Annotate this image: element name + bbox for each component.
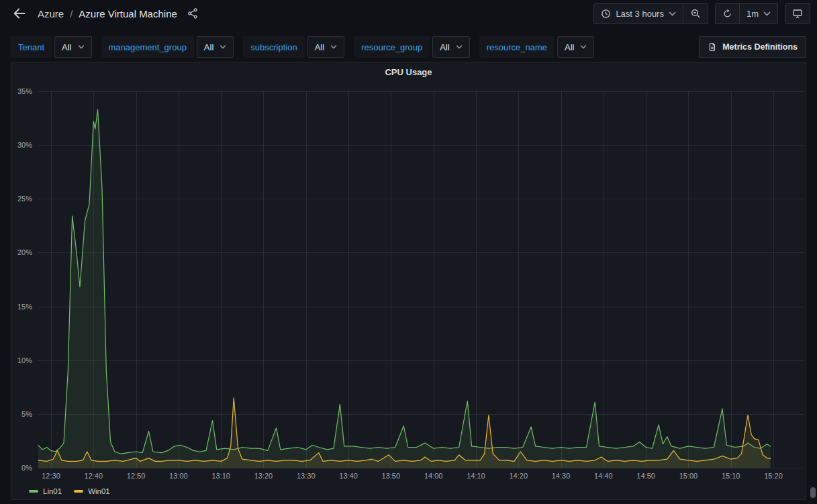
chevron-down-icon bbox=[669, 11, 676, 16]
y-axis-tick-label: 0% bbox=[21, 464, 32, 472]
series-line-lin01 bbox=[38, 109, 771, 454]
x-axis-tick-label: 14:10 bbox=[467, 472, 485, 480]
legend-label: Win01 bbox=[88, 487, 110, 495]
variable-resource-group: resource_group All bbox=[354, 36, 470, 58]
legend-item-lin01[interactable]: Lin01 bbox=[29, 487, 62, 495]
variable-value-text: All bbox=[565, 42, 574, 52]
chevron-down-icon bbox=[78, 45, 85, 49]
template-variables-row: Tenant All management_group All subscrip… bbox=[11, 36, 806, 58]
x-axis-tick-label: 13:40 bbox=[339, 472, 358, 480]
variable-value-tenant[interactable]: All bbox=[54, 36, 91, 58]
refresh-group: 1m bbox=[715, 3, 778, 24]
variable-management-group: management_group All bbox=[101, 36, 234, 58]
variable-label-subscription[interactable]: subscription bbox=[243, 36, 304, 58]
page-scrollbar-thumb[interactable] bbox=[810, 487, 816, 498]
x-axis-tick-label: 13:50 bbox=[382, 472, 401, 480]
variable-value-resource-group[interactable]: All bbox=[432, 36, 469, 58]
document-icon bbox=[708, 42, 717, 52]
x-axis-tick-label: 14:20 bbox=[509, 472, 528, 480]
top-nav: Azure / Azure Virtual Machine Last 3 hou… bbox=[0, 0, 817, 27]
legend-swatch-win01 bbox=[74, 490, 83, 493]
variable-value-subscription[interactable]: All bbox=[307, 36, 344, 58]
y-axis-tick-label: 30% bbox=[17, 141, 32, 149]
refresh-icon bbox=[722, 9, 732, 19]
back-button[interactable] bbox=[9, 3, 30, 23]
chevron-down-icon bbox=[456, 45, 463, 49]
breadcrumb: Azure / Azure Virtual Machine bbox=[38, 8, 177, 19]
x-axis-tick-label: 13:10 bbox=[211, 472, 230, 480]
panel-title[interactable]: CPU Usage bbox=[11, 62, 806, 81]
y-axis-tick-label: 10% bbox=[17, 356, 32, 364]
variable-value-text: All bbox=[315, 42, 324, 52]
chevron-down-icon bbox=[580, 45, 587, 49]
chevron-down-icon bbox=[330, 45, 337, 49]
y-axis-tick-label: 20% bbox=[17, 248, 32, 256]
breadcrumb-page-title[interactable]: Azure Virtual Machine bbox=[79, 8, 177, 19]
variable-value-text: All bbox=[204, 42, 213, 52]
variable-subscription: subscription All bbox=[243, 36, 344, 58]
legend-item-win01[interactable]: Win01 bbox=[74, 487, 110, 495]
x-axis-tick-label: 15:10 bbox=[722, 472, 740, 480]
breadcrumb-section[interactable]: Azure bbox=[38, 8, 64, 19]
share-dashboard-button[interactable] bbox=[183, 3, 203, 23]
y-axis-tick-label: 5% bbox=[21, 410, 32, 418]
refresh-dashboard-button[interactable] bbox=[716, 4, 739, 23]
magnifier-minus-icon bbox=[690, 8, 701, 19]
monitor-icon bbox=[792, 8, 803, 19]
variable-label-resource-name[interactable]: resource_name bbox=[479, 36, 555, 58]
legend-swatch-lin01 bbox=[29, 490, 38, 493]
variable-value-resource-name[interactable]: All bbox=[557, 36, 594, 58]
variable-value-management-group[interactable]: All bbox=[197, 36, 234, 58]
x-axis-tick-label: 15:00 bbox=[679, 472, 698, 480]
variable-label-tenant[interactable]: Tenant bbox=[11, 36, 52, 58]
time-controls-group: Last 3 hours bbox=[593, 3, 708, 24]
variable-value-text: All bbox=[440, 42, 449, 52]
x-axis-tick-label: 12:40 bbox=[85, 472, 103, 480]
x-axis-tick-label: 13:20 bbox=[254, 472, 273, 480]
x-axis-tick-label: 13:00 bbox=[169, 472, 188, 480]
cpu-usage-panel: CPU Usage 0%5%10%15%20%25%30%35%12:3012:… bbox=[11, 62, 806, 500]
zoom-out-time-button[interactable] bbox=[683, 4, 708, 23]
arrow-left-icon bbox=[12, 6, 27, 21]
share-icon bbox=[187, 7, 199, 19]
x-axis-tick-label: 12:50 bbox=[127, 472, 146, 480]
x-axis-tick-label: 14:50 bbox=[636, 472, 655, 480]
x-axis-tick-label: 14:40 bbox=[594, 472, 613, 480]
x-axis-tick-label: 12:30 bbox=[42, 472, 60, 480]
metrics-definitions-label: Metrics Definitions bbox=[722, 42, 798, 52]
time-range-label: Last 3 hours bbox=[616, 9, 664, 19]
variable-resource-name: resource_name All bbox=[479, 36, 595, 58]
x-axis-tick-label: 14:00 bbox=[424, 472, 443, 480]
kiosk-group bbox=[785, 3, 810, 24]
kiosk-mode-button[interactable] bbox=[785, 4, 810, 23]
y-axis-tick-label: 25% bbox=[17, 195, 32, 203]
cpu-usage-chart: 0%5%10%15%20%25%30%35%12:3012:4012:5013:… bbox=[11, 81, 806, 484]
variable-label-management-group[interactable]: management_group bbox=[101, 36, 194, 58]
y-axis-tick-label: 15% bbox=[17, 303, 32, 311]
refresh-interval-picker[interactable]: 1m bbox=[739, 4, 777, 23]
x-axis-tick-label: 13:30 bbox=[297, 472, 316, 480]
chevron-down-icon bbox=[220, 45, 226, 49]
x-axis-tick-label: 15:20 bbox=[764, 472, 783, 480]
time-range-picker[interactable]: Last 3 hours bbox=[594, 4, 683, 23]
x-axis-tick-label: 14:30 bbox=[552, 472, 571, 480]
chevron-down-icon bbox=[763, 11, 771, 16]
variable-value-text: All bbox=[62, 42, 71, 52]
variable-label-resource-group[interactable]: resource_group bbox=[354, 36, 430, 58]
legend-label: Lin01 bbox=[43, 487, 62, 495]
y-axis-tick-label: 35% bbox=[17, 87, 32, 95]
breadcrumb-separator: / bbox=[70, 8, 73, 19]
metrics-definitions-button[interactable]: Metrics Definitions bbox=[699, 36, 806, 58]
clock-icon bbox=[601, 9, 611, 19]
chart-legend: Lin01 Win01 bbox=[11, 484, 806, 498]
variable-tenant: Tenant All bbox=[11, 36, 92, 58]
refresh-interval-label: 1m bbox=[747, 9, 759, 19]
